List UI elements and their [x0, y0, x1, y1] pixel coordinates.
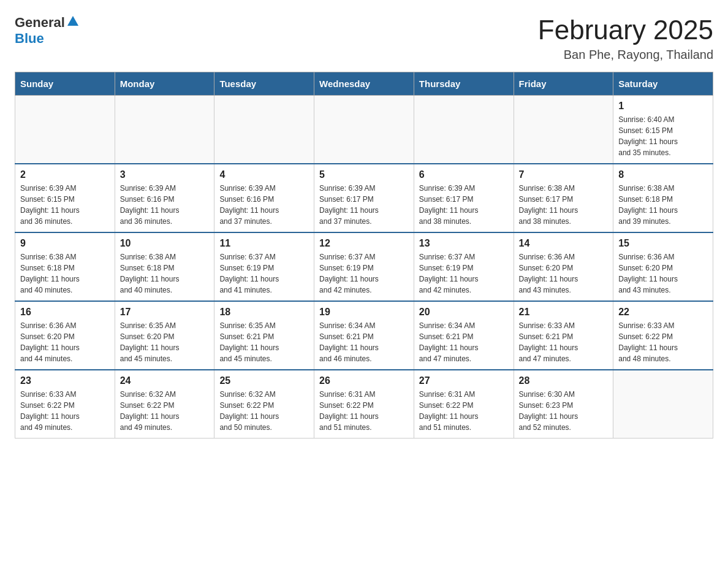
day-number: 27 [419, 375, 509, 386]
day-number: 28 [519, 375, 609, 386]
day-info: Sunrise: 6:37 AMSunset: 6:19 PMDaylight:… [219, 251, 309, 296]
table-row: 16Sunrise: 6:36 AMSunset: 6:20 PMDayligh… [15, 301, 115, 370]
table-row: 27Sunrise: 6:31 AMSunset: 6:22 PMDayligh… [414, 370, 514, 439]
table-row: 15Sunrise: 6:36 AMSunset: 6:20 PMDayligh… [613, 232, 713, 301]
day-number: 25 [219, 375, 309, 386]
day-info: Sunrise: 6:38 AMSunset: 6:18 PMDaylight:… [120, 251, 210, 296]
day-number: 23 [20, 375, 110, 386]
day-info: Sunrise: 6:38 AMSunset: 6:18 PMDaylight:… [20, 251, 110, 296]
logo-general-text: General [15, 15, 65, 31]
table-row: 6Sunrise: 6:39 AMSunset: 6:17 PMDaylight… [414, 164, 514, 232]
table-row: 19Sunrise: 6:34 AMSunset: 6:21 PMDayligh… [314, 301, 414, 370]
table-row: 13Sunrise: 6:37 AMSunset: 6:19 PMDayligh… [414, 232, 514, 301]
table-row: 25Sunrise: 6:32 AMSunset: 6:22 PMDayligh… [214, 370, 314, 439]
table-row: 1Sunrise: 6:40 AMSunset: 6:15 PMDaylight… [613, 96, 713, 164]
table-row: 24Sunrise: 6:32 AMSunset: 6:22 PMDayligh… [115, 370, 214, 439]
table-row: 10Sunrise: 6:38 AMSunset: 6:18 PMDayligh… [115, 232, 214, 301]
table-row: 17Sunrise: 6:35 AMSunset: 6:20 PMDayligh… [115, 301, 214, 370]
day-info: Sunrise: 6:36 AMSunset: 6:20 PMDaylight:… [20, 320, 110, 364]
table-row: 11Sunrise: 6:37 AMSunset: 6:19 PMDayligh… [214, 232, 314, 301]
day-info: Sunrise: 6:31 AMSunset: 6:22 PMDaylight:… [419, 389, 509, 433]
day-info: Sunrise: 6:38 AMSunset: 6:18 PMDaylight:… [618, 183, 708, 227]
table-row: 7Sunrise: 6:38 AMSunset: 6:17 PMDaylight… [514, 164, 613, 232]
day-info: Sunrise: 6:39 AMSunset: 6:16 PMDaylight:… [120, 183, 210, 227]
calendar-table: Sunday Monday Tuesday Wednesday Thursday… [15, 72, 713, 439]
svg-marker-0 [67, 16, 78, 26]
day-info: Sunrise: 6:33 AMSunset: 6:22 PMDaylight:… [20, 389, 110, 433]
day-info: Sunrise: 6:35 AMSunset: 6:21 PMDaylight:… [219, 320, 309, 364]
day-number: 9 [20, 238, 110, 249]
header-thursday: Thursday [414, 72, 514, 96]
table-row [15, 96, 115, 164]
day-info: Sunrise: 6:33 AMSunset: 6:21 PMDaylight:… [519, 320, 609, 364]
calendar-week-row: 1Sunrise: 6:40 AMSunset: 6:15 PMDaylight… [15, 96, 713, 164]
month-title: February 2025 [538, 15, 713, 45]
day-number: 16 [20, 307, 110, 318]
day-number: 22 [618, 307, 708, 318]
day-info: Sunrise: 6:33 AMSunset: 6:22 PMDaylight:… [618, 320, 708, 364]
table-row: 26Sunrise: 6:31 AMSunset: 6:22 PMDayligh… [314, 370, 414, 439]
day-info: Sunrise: 6:37 AMSunset: 6:19 PMDaylight:… [319, 251, 409, 296]
table-row: 18Sunrise: 6:35 AMSunset: 6:21 PMDayligh… [214, 301, 314, 370]
logo: General Blue [15, 15, 80, 47]
day-info: Sunrise: 6:37 AMSunset: 6:19 PMDaylight:… [419, 251, 509, 296]
day-info: Sunrise: 6:36 AMSunset: 6:20 PMDaylight:… [519, 251, 609, 296]
day-number: 18 [219, 307, 309, 318]
day-info: Sunrise: 6:39 AMSunset: 6:15 PMDaylight:… [20, 183, 110, 227]
table-row: 2Sunrise: 6:39 AMSunset: 6:15 PMDaylight… [15, 164, 115, 232]
table-row: 5Sunrise: 6:39 AMSunset: 6:17 PMDaylight… [314, 164, 414, 232]
day-number: 17 [120, 307, 210, 318]
table-row: 12Sunrise: 6:37 AMSunset: 6:19 PMDayligh… [314, 232, 414, 301]
day-info: Sunrise: 6:39 AMSunset: 6:16 PMDaylight:… [219, 183, 309, 227]
day-number: 1 [618, 101, 708, 112]
table-row: 3Sunrise: 6:39 AMSunset: 6:16 PMDaylight… [115, 164, 214, 232]
header-sunday: Sunday [15, 72, 115, 96]
location-title: Ban Phe, Rayong, Thailand [538, 48, 713, 62]
day-number: 21 [519, 307, 609, 318]
calendar-week-row: 23Sunrise: 6:33 AMSunset: 6:22 PMDayligh… [15, 370, 713, 439]
table-row: 4Sunrise: 6:39 AMSunset: 6:16 PMDaylight… [214, 164, 314, 232]
day-info: Sunrise: 6:31 AMSunset: 6:22 PMDaylight:… [319, 389, 409, 433]
table-row [414, 96, 514, 164]
table-row: 20Sunrise: 6:34 AMSunset: 6:21 PMDayligh… [414, 301, 514, 370]
day-number: 6 [419, 169, 509, 180]
header-saturday: Saturday [613, 72, 713, 96]
table-row: 28Sunrise: 6:30 AMSunset: 6:23 PMDayligh… [514, 370, 613, 439]
day-number: 4 [219, 169, 309, 180]
table-row: 8Sunrise: 6:38 AMSunset: 6:18 PMDaylight… [613, 164, 713, 232]
day-number: 19 [319, 307, 409, 318]
day-number: 2 [20, 169, 110, 180]
day-number: 10 [120, 238, 210, 249]
day-number: 13 [419, 238, 509, 249]
day-number: 3 [120, 169, 210, 180]
table-row: 9Sunrise: 6:38 AMSunset: 6:18 PMDaylight… [15, 232, 115, 301]
table-row [214, 96, 314, 164]
page-header: General Blue February 2025 Ban Phe, Rayo… [15, 15, 713, 62]
table-row: 23Sunrise: 6:33 AMSunset: 6:22 PMDayligh… [15, 370, 115, 439]
header-friday: Friday [514, 72, 613, 96]
logo-triangle-icon [66, 15, 80, 28]
table-row [613, 370, 713, 439]
day-info: Sunrise: 6:35 AMSunset: 6:20 PMDaylight:… [120, 320, 210, 364]
day-number: 14 [519, 238, 609, 249]
day-number: 7 [519, 169, 609, 180]
day-number: 5 [319, 169, 409, 180]
day-info: Sunrise: 6:36 AMSunset: 6:20 PMDaylight:… [618, 251, 708, 296]
day-number: 12 [319, 238, 409, 249]
table-row [514, 96, 613, 164]
day-info: Sunrise: 6:39 AMSunset: 6:17 PMDaylight:… [319, 183, 409, 227]
day-info: Sunrise: 6:30 AMSunset: 6:23 PMDaylight:… [519, 389, 609, 433]
table-row [115, 96, 214, 164]
day-number: 20 [419, 307, 509, 318]
table-row: 14Sunrise: 6:36 AMSunset: 6:20 PMDayligh… [514, 232, 613, 301]
day-info: Sunrise: 6:38 AMSunset: 6:17 PMDaylight:… [519, 183, 609, 227]
day-info: Sunrise: 6:34 AMSunset: 6:21 PMDaylight:… [319, 320, 409, 364]
day-info: Sunrise: 6:32 AMSunset: 6:22 PMDaylight:… [219, 389, 309, 433]
table-row: 21Sunrise: 6:33 AMSunset: 6:21 PMDayligh… [514, 301, 613, 370]
header-tuesday: Tuesday [214, 72, 314, 96]
calendar-week-row: 2Sunrise: 6:39 AMSunset: 6:15 PMDaylight… [15, 164, 713, 232]
day-info: Sunrise: 6:34 AMSunset: 6:21 PMDaylight:… [419, 320, 509, 364]
day-number: 8 [618, 169, 708, 180]
title-block: February 2025 Ban Phe, Rayong, Thailand [538, 15, 713, 62]
calendar-week-row: 16Sunrise: 6:36 AMSunset: 6:20 PMDayligh… [15, 301, 713, 370]
